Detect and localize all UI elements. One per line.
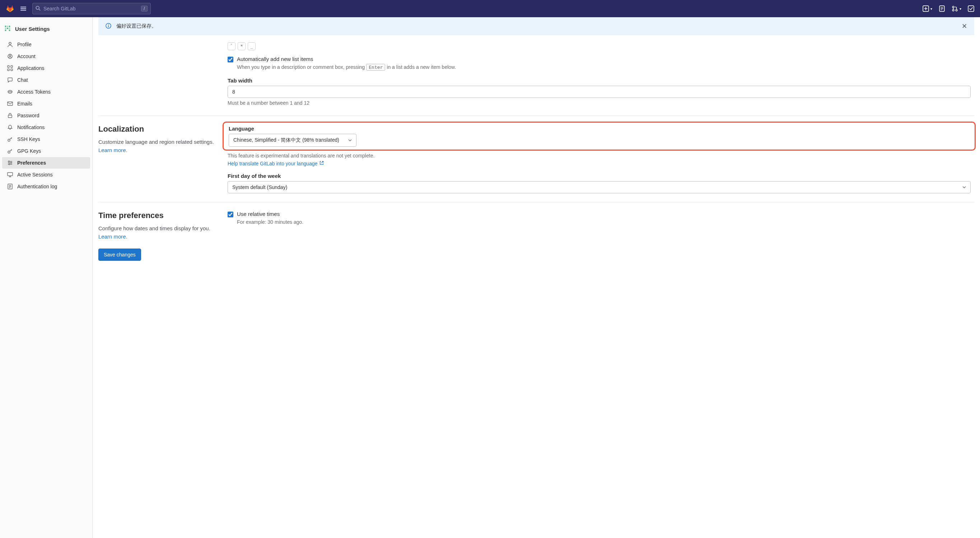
sidebar-item-ssh-keys[interactable]: SSH Keys	[2, 133, 90, 145]
sidebar-item-profile[interactable]: Profile	[2, 39, 90, 50]
svg-point-24	[9, 92, 10, 92]
tab-width-input[interactable]	[228, 86, 970, 98]
close-icon[interactable]: ✕	[962, 22, 967, 30]
sidebar-item-chat[interactable]: Chat	[2, 74, 90, 86]
svg-point-6	[956, 10, 958, 11]
relative-times-help: For example: 30 minutes ago.	[237, 218, 303, 226]
svg-point-32	[11, 162, 12, 163]
svg-rect-21	[8, 69, 10, 71]
applications-icon	[7, 65, 13, 71]
search-input[interactable]	[43, 6, 138, 11]
svg-point-5	[952, 10, 954, 11]
language-label: Language	[229, 125, 970, 132]
sidebar-item-password[interactable]: Password	[2, 110, 90, 121]
language-select-value: Chinese, Simplified - 简体中文 (98% translat…	[233, 137, 339, 143]
sidebar-label: Preferences	[17, 160, 46, 166]
sidebar-label: Emails	[17, 101, 32, 106]
info-icon	[105, 23, 111, 30]
learn-more-link[interactable]: Learn more	[99, 233, 126, 240]
todos-icon[interactable]	[968, 5, 974, 12]
settings-sidebar: User Settings Profile Account Applicatio…	[0, 17, 92, 538]
key-pill: `	[228, 42, 235, 50]
svg-point-33	[9, 164, 10, 165]
language-select[interactable]: Chinese, Simplified - 简体中文 (98% translat…	[229, 134, 356, 147]
sidebar-label: Profile	[17, 41, 32, 48]
success-alert: 偏好设置已保存。 ✕	[99, 17, 974, 35]
user-avatar-icon	[3, 24, 11, 33]
create-new-button[interactable]: ▾	[923, 5, 932, 12]
first-day-select[interactable]: System default (Sunday)	[228, 181, 970, 193]
time-desc: Configure how dates and times display fo…	[99, 225, 217, 241]
svg-rect-8	[5, 26, 6, 27]
help-translate-link[interactable]: Help translate GitLab into your language	[228, 161, 324, 167]
gitlab-logo-icon[interactable]	[6, 4, 14, 14]
learn-more-link[interactable]: Learn more	[99, 147, 126, 153]
time-title: Time preferences	[99, 211, 217, 220]
chevron-down-icon	[348, 137, 352, 143]
top-navbar: / ▾ ▾	[0, 0, 980, 17]
checkbox-help: When you type in a description or commen…	[237, 63, 456, 71]
behavior-section-partial: ` * _ Automatically add new list items W…	[99, 42, 974, 116]
hamburger-menu-button[interactable]	[19, 4, 28, 13]
search-shortcut-hint: /	[141, 6, 148, 11]
global-search[interactable]: /	[32, 3, 151, 14]
issues-icon[interactable]	[939, 5, 945, 12]
auto-list-checkbox[interactable]	[228, 57, 233, 62]
sidebar-item-auth-log[interactable]: Authentication log	[2, 181, 90, 192]
svg-rect-19	[8, 66, 10, 67]
token-icon	[7, 89, 13, 95]
save-changes-button[interactable]: Save changes	[99, 249, 141, 261]
log-icon	[7, 184, 13, 189]
preferences-icon	[7, 160, 13, 166]
external-link-icon	[319, 161, 324, 167]
sidebar-item-applications[interactable]: Applications	[2, 62, 90, 74]
email-icon	[7, 101, 13, 106]
profile-icon	[7, 41, 13, 48]
account-icon	[7, 54, 13, 59]
sidebar-label: Notifications	[17, 124, 45, 130]
sidebar-label: Chat	[17, 77, 28, 83]
sidebar-label: Access Tokens	[17, 89, 51, 95]
key-icon	[7, 136, 13, 142]
svg-point-16	[9, 42, 11, 44]
tab-width-help: Must be a number between 1 and 12	[228, 99, 970, 107]
language-highlight-box: Language Chinese, Simplified - 简体中文 (98%…	[223, 122, 976, 151]
svg-rect-28	[8, 115, 12, 117]
sidebar-item-emails[interactable]: Emails	[2, 98, 90, 110]
language-help: This feature is experimental and transla…	[228, 152, 970, 160]
svg-point-25	[10, 92, 10, 92]
sidebar-item-preferences[interactable]: Preferences	[2, 157, 90, 168]
svg-rect-9	[9, 26, 10, 27]
sidebar-title: User Settings	[15, 26, 50, 32]
enter-key-badge: Enter	[366, 64, 385, 71]
merge-requests-icon[interactable]: ▾	[951, 5, 961, 12]
chevron-down-icon	[963, 184, 966, 190]
svg-rect-14	[5, 30, 6, 31]
sidebar-label: Password	[17, 113, 39, 118]
svg-rect-27	[8, 102, 13, 105]
svg-point-37	[108, 24, 109, 25]
svg-point-31	[9, 161, 10, 162]
sidebar-item-gpg-keys[interactable]: GPG Keys	[2, 145, 90, 157]
sidebar-item-active-sessions[interactable]: Active Sessions	[2, 169, 90, 180]
key-pill: *	[238, 42, 245, 50]
svg-rect-22	[11, 69, 13, 71]
chevron-down-icon: ▾	[959, 7, 961, 11]
svg-rect-11	[5, 28, 6, 29]
relative-times-checkbox[interactable]	[228, 212, 233, 217]
sidebar-item-notifications[interactable]: Notifications	[2, 122, 90, 133]
sidebar-item-account[interactable]: Account	[2, 51, 90, 62]
checkbox-label: Automatically add new list items	[237, 56, 456, 62]
first-day-value: System default (Sunday)	[232, 184, 287, 190]
svg-point-18	[10, 55, 11, 57]
lock-icon	[7, 113, 13, 118]
svg-rect-20	[11, 66, 13, 67]
localization-section: Localization Customize language and regi…	[99, 116, 974, 202]
svg-point-26	[11, 92, 11, 92]
svg-rect-7	[968, 6, 974, 11]
sidebar-label: Account	[17, 54, 35, 59]
monitor-icon	[7, 172, 13, 178]
sidebar-item-access-tokens[interactable]: Access Tokens	[2, 86, 90, 98]
sidebar-label: SSH Keys	[17, 136, 40, 142]
alert-text: 偏好设置已保存。	[116, 23, 156, 29]
